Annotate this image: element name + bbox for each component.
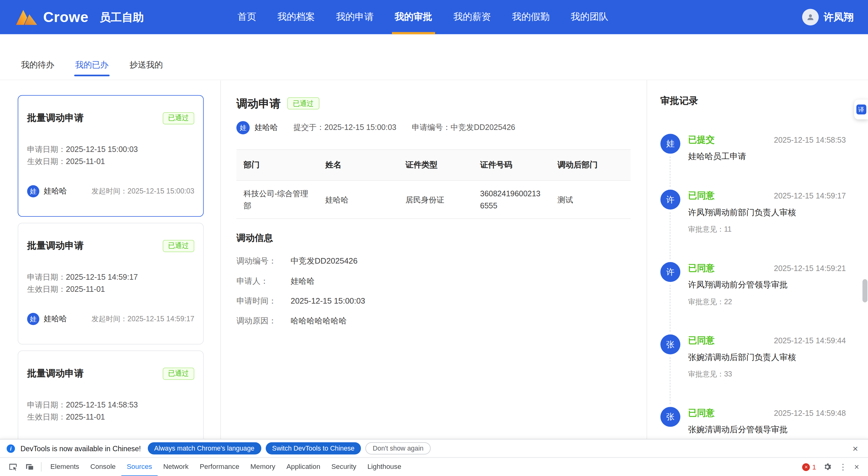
approval-desc: 张婉清调动后部门负责人审核 bbox=[688, 351, 846, 363]
table-row: 科技公司-综合管理部 娃哈哈 居民身份证 360824196002136555 … bbox=[237, 180, 630, 218]
transfer-table: 部门 姓名 证件类型 证件号码 调动后部门 科技公司-综合管理部 娃哈哈 居民身… bbox=[237, 149, 630, 219]
start-time-value: 2025-12-15 15:00:03 bbox=[128, 187, 194, 195]
nav-item-my-requests[interactable]: 我的申请 bbox=[326, 0, 384, 34]
submitted-time: 提交于：2025-12-15 15:00:03 bbox=[293, 123, 396, 133]
transfer-info-title: 调动信息 bbox=[237, 232, 630, 244]
card-dates: 申请日期：2025-12-15 14:58:53 生效日期：2025-11-01 bbox=[27, 399, 194, 423]
window-scrollbar[interactable] bbox=[862, 279, 867, 302]
content-area: 批量调动申请 已通过 申请日期：2025-12-15 15:00:03 生效日期… bbox=[0, 80, 868, 439]
approval-record-body: 已同意 2025-12-15 14:59:17 许凤翔调动前部门负责人审核 审批… bbox=[688, 190, 846, 234]
applicant-avatar: 娃 bbox=[27, 313, 39, 325]
approval-time: 2025-12-15 14:58:53 bbox=[774, 136, 846, 144]
devtools-tab-network[interactable]: Network bbox=[158, 457, 194, 476]
start-time-label: 发起时间： bbox=[92, 314, 128, 323]
field-transfer-number: 调动编号： 中竞发DD2025426 bbox=[237, 256, 630, 267]
submitted-value: 2025-12-15 15:00:03 bbox=[324, 123, 396, 132]
request-list-panel: 批量调动申请 已通过 申请日期：2025-12-15 15:00:03 生效日期… bbox=[0, 80, 221, 439]
translate-icon: 译 bbox=[856, 104, 866, 114]
error-counter[interactable]: × 1 bbox=[802, 463, 816, 471]
col-header-target-department: 调动后部门 bbox=[550, 149, 630, 180]
infobar-close-icon[interactable]: × bbox=[849, 444, 861, 453]
devtools-tab-memory[interactable]: Memory bbox=[245, 457, 281, 476]
card-start-time: 发起时间：2025-12-15 15:00:03 bbox=[92, 186, 194, 196]
application-number-label: 申请编号： bbox=[412, 123, 451, 132]
approval-record-item-4: 张 已同意 2025-12-15 14:59:44 张婉清调动后部门负责人审核 … bbox=[660, 335, 846, 407]
tab-cc-me[interactable]: 抄送我的 bbox=[128, 60, 164, 80]
nav-item-my-salary[interactable]: 我的薪资 bbox=[443, 0, 501, 34]
col-header-name: 姓名 bbox=[318, 149, 398, 180]
approval-comment: 审批意见：33 bbox=[688, 369, 846, 379]
request-card-3[interactable]: 批量调动申请 已通过 申请日期：2025-12-15 14:58:53 生效日期… bbox=[18, 350, 204, 439]
approval-time: 2025-12-15 14:59:17 bbox=[774, 191, 846, 200]
status-badge: 已通过 bbox=[163, 112, 194, 124]
nav-item-my-attendance[interactable]: 我的假勤 bbox=[501, 0, 560, 34]
translate-widget[interactable]: 译 bbox=[854, 100, 868, 120]
applicant-avatar: 娃 bbox=[27, 185, 39, 197]
effective-date-value: 2025-11-01 bbox=[66, 285, 105, 294]
field-label: 调动原因： bbox=[237, 315, 291, 326]
status-badge: 已通过 bbox=[163, 368, 194, 380]
tab-my-todo[interactable]: 我的待办 bbox=[20, 60, 55, 80]
devtools-tab-sources[interactable]: Sources bbox=[121, 457, 158, 476]
more-options-icon[interactable]: ⋮ bbox=[839, 463, 847, 471]
screen: Crowe 员工自助 首页 我的档案 我的申请 我的审批 我的薪资 我的假勤 我… bbox=[0, 0, 868, 476]
nav-item-home[interactable]: 首页 bbox=[227, 0, 267, 34]
approval-comment-label: 审批意见： bbox=[688, 370, 724, 378]
field-value: 娃哈哈 bbox=[290, 275, 315, 286]
apply-date-label: 申请日期： bbox=[27, 273, 66, 281]
toolbar-separator bbox=[41, 462, 41, 471]
info-icon: i bbox=[6, 444, 15, 452]
approval-time: 2025-12-15 14:59:21 bbox=[774, 264, 846, 273]
user-avatar-icon bbox=[802, 9, 819, 26]
error-count: 1 bbox=[812, 463, 816, 471]
devtools-tab-application[interactable]: Application bbox=[281, 457, 326, 476]
cell-id-number: 360824196002136555 bbox=[473, 180, 550, 218]
match-language-button[interactable]: Always match Chrome's language bbox=[147, 442, 261, 454]
request-card-1[interactable]: 批量调动申请 已通过 申请日期：2025-12-15 15:00:03 生效日期… bbox=[18, 95, 204, 217]
approval-comment-label: 审批意见： bbox=[688, 225, 724, 234]
apply-date-value: 2025-12-15 14:59:17 bbox=[66, 273, 138, 281]
field-apply-time: 申请时间： 2025-12-15 15:00:03 bbox=[237, 295, 630, 306]
applicant-name: 娃哈哈 bbox=[44, 186, 67, 196]
device-toolbar-icon[interactable] bbox=[21, 459, 38, 475]
devtools-panel: i DevTools is now available in Chinese! … bbox=[0, 439, 868, 476]
switch-to-chinese-button[interactable]: Switch DevTools to Chinese bbox=[265, 442, 361, 454]
approval-desc: 张婉清调动后分管领导审批 bbox=[688, 423, 846, 435]
field-transfer-reason: 调动原因： 哈哈哈哈哈哈哈 bbox=[237, 315, 630, 326]
approval-comment: 审批意见：22 bbox=[688, 297, 846, 307]
approval-comment: 审批意见：11 bbox=[688, 225, 846, 234]
col-header-department: 部门 bbox=[237, 149, 318, 180]
dont-show-again-button[interactable]: Don't show again bbox=[366, 442, 431, 454]
user-name: 许凤翔 bbox=[824, 10, 854, 24]
approval-status: 已同意 bbox=[688, 262, 715, 274]
card-footer: 娃 娃哈哈 发起时间：2025-12-15 15:00:03 bbox=[27, 185, 194, 197]
nav-item-my-team[interactable]: 我的团队 bbox=[560, 0, 619, 34]
devtools-tab-security[interactable]: Security bbox=[326, 457, 362, 476]
approval-desc: 娃哈哈员工申请 bbox=[688, 150, 846, 162]
brand-logo[interactable]: Crowe 员工自助 bbox=[16, 9, 144, 26]
settings-gear-icon[interactable] bbox=[823, 463, 832, 471]
start-time-value: 2025-12-15 14:59:17 bbox=[128, 314, 194, 323]
nav-item-profile[interactable]: 我的档案 bbox=[267, 0, 326, 34]
devtools-close-icon[interactable]: × bbox=[854, 463, 859, 471]
nav-item-my-approvals[interactable]: 我的审批 bbox=[384, 0, 443, 34]
request-card-2[interactable]: 批量调动申请 已通过 申请日期：2025-12-15 14:59:17 生效日期… bbox=[18, 223, 204, 344]
devtools-toolbar: Elements Console Sources Network Perform… bbox=[0, 457, 868, 476]
inspect-element-icon[interactable] bbox=[4, 459, 21, 475]
tab-my-done[interactable]: 我的已办 bbox=[74, 60, 110, 80]
card-title: 批量调动申请 bbox=[27, 112, 84, 124]
application-number: 申请编号：中竞发DD2025426 bbox=[412, 123, 515, 133]
devtools-tab-elements[interactable]: Elements bbox=[45, 457, 85, 476]
field-label: 调动编号： bbox=[237, 256, 291, 267]
devtools-tab-console[interactable]: Console bbox=[85, 457, 121, 476]
main-nav: 首页 我的档案 我的申请 我的审批 我的薪资 我的假勤 我的团队 bbox=[227, 0, 619, 34]
status-badge: 已通过 bbox=[163, 240, 194, 252]
field-value: 中竞发DD2025426 bbox=[290, 256, 358, 267]
submitter-name: 娃哈哈 bbox=[255, 123, 278, 133]
user-menu[interactable]: 许凤翔 bbox=[802, 9, 854, 26]
approval-record-item-5: 张 已同意 2025-12-15 14:59:48 张婉清调动后分管领导审批 bbox=[660, 407, 846, 439]
effective-date-value: 2025-11-01 bbox=[66, 157, 105, 166]
devtools-tab-lighthouse[interactable]: Lighthouse bbox=[362, 457, 407, 476]
devtools-tab-performance[interactable]: Performance bbox=[194, 457, 245, 476]
approval-record-item-2: 许 已同意 2025-12-15 14:59:17 许凤翔调动前部门负责人审核 … bbox=[660, 190, 846, 262]
